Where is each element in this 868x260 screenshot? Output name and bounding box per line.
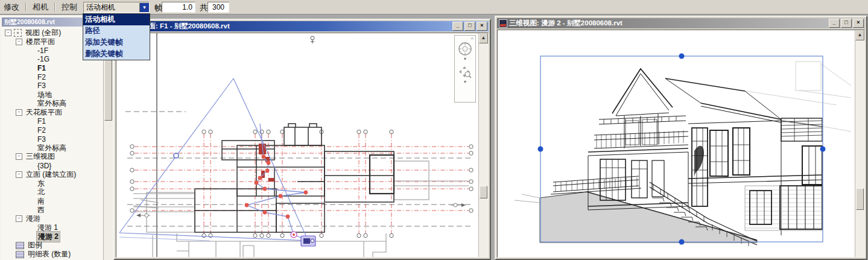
tree-node-schedules[interactable]: 明细表 (数量) (2, 250, 104, 259)
reference-lines (125, 112, 474, 226)
tree-node-F2[interactable]: F2 (2, 72, 104, 81)
elevation-marker-right (451, 203, 466, 207)
walkthrough-window-title: 三维视图: 漫游 2 - 别墅20080608.rvt (509, 19, 828, 28)
close-button[interactable]: × (853, 19, 864, 28)
tree-node-west[interactable]: 西 (2, 206, 104, 215)
panel-label-control: 控制 (58, 2, 81, 13)
floor-plan-window-title: 楼层平面: F1 - 别墅20080608.rvt (128, 22, 451, 31)
tree-node-south[interactable]: 南 (2, 197, 104, 206)
tree-node-elevations[interactable]: -立面 (建筑立面) (2, 170, 104, 179)
scroll-up-icon[interactable]: ▲ (855, 30, 864, 40)
faded-roof-outside-crop (743, 62, 851, 132)
tab-modify[interactable]: 修改 (0, 2, 23, 13)
terrain (515, 192, 757, 243)
collapse-icon[interactable]: - (16, 171, 22, 178)
tree-node-walkthroughs[interactable]: -漫游 (2, 214, 104, 223)
walkthrough-3d-window: 三维视图: 漫游 2 - 别墅20080608.rvt _ □ × (495, 16, 867, 260)
steering-wheel-icon[interactable] (457, 41, 473, 57)
tree-node-F3[interactable]: F3 (2, 81, 104, 90)
tree-node-ceiling-F2[interactable]: F2 (2, 126, 104, 135)
total-frames-input[interactable] (207, 2, 229, 13)
floor-plan-canvas[interactable]: × ▼ ▼ ▲ (116, 33, 489, 258)
dropdown-option-active-camera[interactable]: 活动相机 (83, 14, 150, 25)
tree-node-site[interactable]: 场地 (2, 90, 104, 100)
pin-marker (311, 36, 314, 43)
minimize-button[interactable]: _ (452, 22, 463, 31)
crop-handle-left (538, 147, 543, 152)
tree-node-legends[interactable]: 图例 (2, 241, 104, 250)
walkthrough-titlebar[interactable]: 三维视图: 漫游 2 - 别墅20080608.rvt _ □ × (497, 18, 865, 28)
tree-node-exterior-level[interactable]: 室外标高 (2, 100, 104, 109)
grid-lines (135, 134, 469, 233)
separator (54, 2, 55, 11)
tree-node-ceiling-F1[interactable]: F1 (2, 117, 104, 126)
close-button[interactable]: × (477, 22, 487, 31)
crop-handle-bottom (679, 239, 685, 245)
collapse-icon[interactable]: - (5, 30, 11, 36)
crop-handle-top (679, 54, 685, 59)
tree-node-3d-default[interactable]: {3D} (2, 161, 104, 170)
rvt-doc-icon (499, 19, 507, 28)
tab-camera[interactable]: 相机 (29, 2, 52, 13)
walkthrough-vscrollbar[interactable]: ▲ (855, 30, 864, 257)
floor-plan-window: 楼层平面: F1 - 别墅20080608.rvt _ □ × (113, 19, 491, 260)
maximize-button[interactable]: □ (841, 19, 852, 28)
tree-node-walkthrough-2[interactable]: 漫游 2 (2, 232, 104, 241)
schedule-icon (16, 251, 24, 258)
floor-plan-vscrollbar[interactable]: ▲ (478, 33, 488, 257)
walkthrough-scroll-thumb[interactable] (856, 188, 864, 210)
elevation-marker-left (136, 214, 150, 217)
tree-node-east[interactable]: 东 (2, 179, 104, 188)
collapse-icon[interactable]: - (16, 215, 22, 222)
browser-scrollbar[interactable] (103, 28, 113, 260)
legend-icon (16, 242, 24, 249)
separator (25, 2, 27, 11)
maximize-button[interactable]: □ (464, 22, 475, 31)
dropdown-option-path[interactable]: 路径 (83, 25, 150, 37)
camera-mode-dropdown-list: 活动相机 路径 添加关键帧 删除关键帧 (83, 13, 150, 60)
floor-plan-scroll-thumb[interactable] (480, 186, 487, 198)
grid-bubbles (130, 130, 473, 237)
camera-mode-combobox[interactable]: 活动相机 ▼ (83, 2, 150, 13)
collapse-icon[interactable]: - (16, 109, 22, 116)
navigation-bar: × ▼ ▼ (454, 35, 476, 103)
pan-zoom-icon[interactable] (458, 65, 472, 80)
collapse-icon[interactable]: - (16, 153, 22, 160)
camera-mode-value: 活动相机 (84, 2, 139, 13)
chevron-down-icon[interactable]: ▼ (139, 3, 149, 12)
floor-plan-titlebar[interactable]: 楼层平面: F1 - 别墅20080608.rvt _ □ × (116, 21, 489, 31)
floor-plan-drawing (116, 33, 478, 258)
dropdown-option-add-keyframe[interactable]: 添加关键帧 (83, 37, 150, 48)
dropdown-option-remove-keyframe[interactable]: 删除关键帧 (83, 48, 150, 60)
crop-handle-right (820, 147, 826, 152)
walkthrough-3d-canvas[interactable]: ▲ (497, 30, 865, 258)
minimize-button[interactable]: _ (829, 19, 840, 28)
camera-icon (301, 236, 315, 246)
collapse-icon[interactable]: - (16, 39, 22, 45)
building-walls (195, 124, 394, 232)
far-clip-handle (174, 153, 179, 158)
frame-number-input[interactable] (162, 2, 195, 13)
tree-node-F1[interactable]: F1 (2, 64, 104, 73)
project-browser-tree: -视图 (全部) -楼层平面 -1F -1G F1 F2 F3 场地 室外标高 … (2, 28, 104, 260)
navbar-close-icon[interactable]: × (469, 36, 475, 41)
views-icon (14, 29, 22, 37)
tree-node-3d-views[interactable]: -三维视图 (2, 153, 104, 162)
navbar-expand-icon[interactable]: ▼ (463, 57, 467, 62)
tree-node-ceiling-plans[interactable]: -天花板平面 (2, 108, 104, 117)
scroll-up-icon[interactable]: ▲ (479, 33, 488, 43)
navbar-expand-icon[interactable]: ▼ (463, 80, 467, 84)
tree-node-ceiling-F3[interactable]: F3 (2, 135, 104, 144)
villa-3d-drawing (498, 30, 857, 258)
tree-node-ceiling-exterior[interactable]: 室外标高 (2, 144, 104, 153)
tree-node-north[interactable]: 北 (2, 188, 104, 197)
